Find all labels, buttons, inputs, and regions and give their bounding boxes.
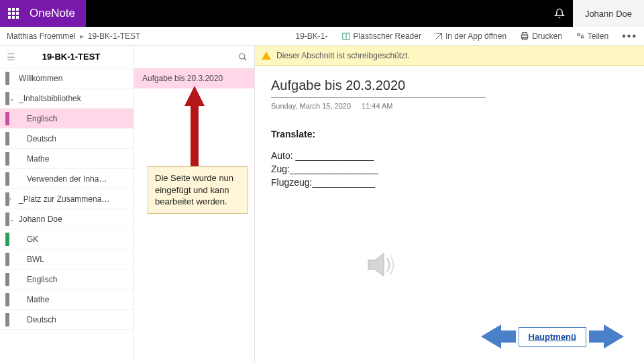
svg-point-15 (581, 36, 584, 38)
section-item[interactable]: Deutsch (0, 129, 133, 149)
section-item[interactable]: ⌄Johann Doe (0, 209, 133, 229)
brand[interactable]: OneNote (27, 0, 86, 27)
section-label: Englisch (27, 275, 57, 284)
svg-rect-1 (12, 8, 15, 11)
svg-rect-2 (16, 8, 19, 11)
readonly-warning: Dieser Abschnitt ist schreibgeschützt. (255, 46, 644, 66)
warning-icon (262, 52, 271, 60)
section-label: Mathe (27, 295, 49, 304)
section-item[interactable]: Verwenden der Inha… (0, 169, 133, 189)
section-color-tab (5, 72, 9, 85)
svg-rect-4 (12, 12, 15, 15)
toolbar-actions: 19-BK-1- Plastischer Reader In der App ö… (296, 30, 637, 42)
svg-rect-8 (16, 16, 19, 19)
section-item[interactable]: Englisch (0, 109, 133, 129)
section-label: Englisch (27, 114, 57, 123)
section-label: Johann Doe (19, 215, 62, 224)
content-heading: Translate: (271, 129, 628, 139)
page-content[interactable]: Translate: Auto: _______________ Zug:___… (271, 129, 628, 188)
top-bar: OneNote Johann Doe (0, 0, 644, 27)
section-item[interactable]: BWL (0, 249, 133, 269)
notifications-icon[interactable] (546, 0, 573, 27)
section-label: BWL (27, 255, 44, 264)
section-item[interactable]: ⌄_Inhaltsbibliothek (0, 88, 133, 109)
red-arrow-annotation (181, 86, 208, 166)
section-item[interactable]: Mathe (0, 149, 133, 169)
svg-marker-19 (368, 253, 384, 276)
section-label: GK (27, 235, 38, 244)
chevron-icon: › (9, 196, 11, 202)
more-icon[interactable]: ••• (622, 30, 637, 42)
section-item[interactable]: GK (0, 229, 133, 249)
section-color-tab (5, 112, 9, 125)
notebook-short: 19-BK-1- (296, 32, 328, 41)
svg-rect-5 (16, 12, 19, 15)
notebook-title: 19-BK-1-TEST (15, 52, 127, 62)
svg-rect-6 (8, 16, 11, 19)
hamburger-icon[interactable]: ☰ (7, 52, 15, 62)
svg-point-14 (578, 33, 580, 36)
svg-rect-7 (12, 16, 15, 19)
section-label: Deutsch (27, 134, 56, 143)
section-label: Mathe (27, 154, 49, 164)
section-item[interactable]: Willkommen (0, 68, 133, 88)
print-button[interactable]: Drucken (520, 32, 562, 41)
svg-rect-3 (8, 12, 11, 15)
share-button[interactable]: Teilen (576, 32, 608, 41)
chevron-right-icon: ▸ (80, 32, 84, 41)
app-launcher-icon[interactable] (0, 0, 27, 27)
page-date: Sunday, March 15, 2020 (271, 102, 351, 110)
next-button[interactable] (589, 324, 624, 349)
prev-button[interactable] (481, 324, 516, 349)
section-color-tab (5, 313, 9, 326)
brand-part1: One (30, 7, 51, 20)
page-body: Aufgabe bis 20.3.2020 Sunday, March 15, … (255, 66, 644, 362)
pages-panel: Aufgabe bis 20.3.2020 Die Seite wurde nu… (134, 46, 255, 362)
open-in-app-button[interactable]: In der App öffnen (435, 32, 506, 41)
sections-panel: ☰ 19-BK-1-TEST Willkommen⌄_Inhaltsbiblio… (0, 46, 134, 362)
main-area: ☰ 19-BK-1-TEST Willkommen⌄_Inhaltsbiblio… (0, 46, 644, 362)
section-color-tab (5, 293, 9, 306)
section-color-tab (5, 172, 9, 186)
section-item[interactable]: ›_Platz zur Zusammena… (0, 189, 133, 209)
content-line: Auto: _______________ (271, 150, 628, 161)
breadcrumb-bar: Matthias Froemmel ▸ 19-BK-1-TEST 19-BK-1… (0, 27, 644, 46)
svg-line-17 (244, 58, 247, 60)
content-panel: Dieser Abschnitt ist schreibgeschützt. A… (255, 46, 644, 362)
section-color-tab (5, 132, 9, 145)
svg-point-16 (239, 53, 245, 58)
breadcrumb-owner[interactable]: Matthias Froemmel (7, 32, 76, 41)
section-list: Willkommen⌄_InhaltsbibliothekEnglischDeu… (0, 68, 133, 362)
immersive-reader-button[interactable]: Plastischer Reader (341, 32, 421, 41)
search-icon[interactable] (238, 52, 248, 62)
section-label: Willkommen (19, 74, 62, 83)
slide-nav: Hauptmenü (481, 324, 625, 349)
section-color-tab (5, 152, 9, 166)
page-title[interactable]: Aufgabe bis 20.3.2020 (271, 78, 486, 98)
content-line: Zug:_________________ (271, 164, 628, 174)
svg-rect-0 (8, 8, 11, 11)
section-item[interactable]: Mathe (0, 290, 133, 310)
brand-part2: Note (51, 7, 75, 20)
svg-marker-18 (184, 86, 205, 166)
section-label: _Inhaltsbibliothek (19, 94, 81, 103)
content-line: Flugzeug:____________ (271, 177, 628, 188)
section-label: Verwenden der Inha… (27, 174, 107, 184)
section-color-tab (5, 233, 9, 246)
section-label: _Platz zur Zusammena… (19, 194, 109, 204)
annotation-note: Die Seite wurde nun eingefügt und kann b… (148, 166, 248, 214)
section-color-tab (5, 253, 9, 266)
chevron-icon: ⌄ (9, 95, 15, 102)
section-item[interactable]: Deutsch (0, 310, 133, 330)
warning-text: Dieser Abschnitt ist schreibgeschützt. (276, 51, 410, 60)
section-color-tab (5, 273, 9, 286)
page-time: 11:44 AM (362, 102, 392, 110)
menu-button[interactable]: Hauptmenü (519, 327, 587, 347)
section-item[interactable]: Englisch (0, 269, 133, 290)
chevron-icon: ⌄ (9, 216, 15, 223)
section-label: Deutsch (27, 315, 56, 324)
user-name[interactable]: Johann Doe (573, 0, 644, 27)
breadcrumb-notebook[interactable]: 19-BK-1-TEST (88, 32, 141, 41)
speaker-icon (365, 248, 398, 282)
